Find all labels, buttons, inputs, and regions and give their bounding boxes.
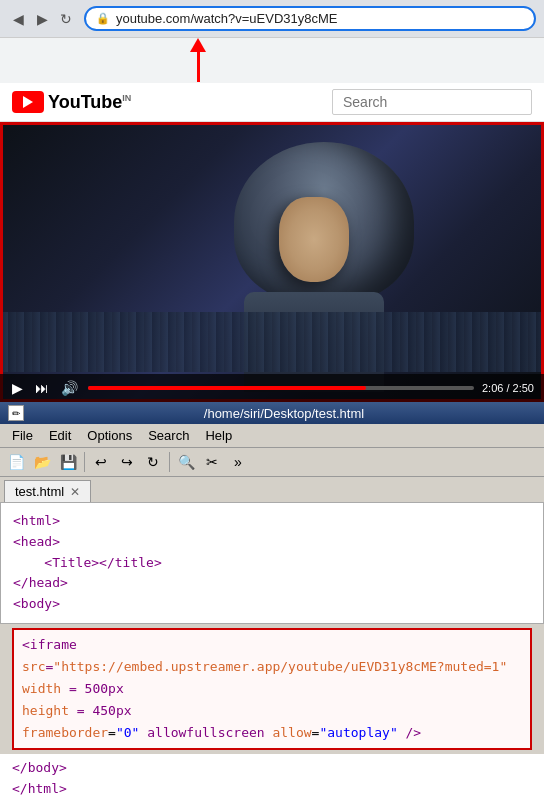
logo-wordmark: YouTube bbox=[48, 92, 122, 112]
tab-close-button[interactable]: ✕ bbox=[70, 485, 80, 499]
toolbar-separator-2 bbox=[169, 452, 170, 472]
address-bar[interactable]: 🔒 youtube.com/watch?v=uEVD31y8cME bbox=[84, 6, 536, 31]
arrow-shaft bbox=[197, 52, 200, 82]
code-line-html-close: </html> bbox=[12, 779, 532, 800]
back-button[interactable]: ◀ bbox=[8, 9, 28, 29]
youtube-logo[interactable]: YouTubeIN bbox=[12, 91, 131, 113]
browser-topbar: ◀ ▶ ↻ 🔒 youtube.com/watch?v=uEVD31y8cME bbox=[0, 0, 544, 37]
save-file-button[interactable]: 💾 bbox=[56, 450, 80, 474]
youtube-logo-icon bbox=[12, 91, 44, 113]
iframe-line-width: width = 500px bbox=[22, 678, 522, 700]
more-button[interactable]: » bbox=[226, 450, 250, 474]
menu-help[interactable]: Help bbox=[197, 426, 240, 445]
code-line-5: <body> bbox=[13, 594, 531, 615]
scissors-button[interactable]: ✂ bbox=[200, 450, 224, 474]
arrow-annotation bbox=[0, 38, 544, 83]
logo-country: IN bbox=[122, 93, 131, 103]
url-path: /watch?v=uEVD31y8cME bbox=[190, 11, 337, 26]
editor-toolbar: 📄 📂 💾 ↩ ↪ ↻ 🔍 ✂ » bbox=[0, 448, 544, 477]
browser-chrome: ◀ ▶ ↻ 🔒 youtube.com/watch?v=uEVD31y8cME bbox=[0, 0, 544, 38]
code-line-1: <html> bbox=[13, 511, 531, 532]
arrow-head bbox=[190, 38, 206, 52]
editor-code-bottom[interactable]: </body> </html> bbox=[0, 754, 544, 802]
iframe-line-tag: <iframe bbox=[22, 634, 522, 656]
menu-edit[interactable]: Edit bbox=[41, 426, 79, 445]
menu-options[interactable]: Options bbox=[79, 426, 140, 445]
open-file-button[interactable]: 📂 bbox=[30, 450, 54, 474]
reload-button[interactable]: ↻ bbox=[141, 450, 165, 474]
nav-buttons: ◀ ▶ ↻ bbox=[8, 9, 76, 29]
next-button[interactable]: ⏭ bbox=[33, 378, 51, 398]
figure-face bbox=[279, 197, 349, 282]
new-file-button[interactable]: 📄 bbox=[4, 450, 28, 474]
editor-menubar: File Edit Options Search Help bbox=[0, 424, 544, 448]
youtube-logo-text: YouTubeIN bbox=[48, 92, 131, 113]
zoom-button[interactable]: 🔍 bbox=[174, 450, 198, 474]
code-line-2: <head> bbox=[13, 532, 531, 553]
url-display: youtube.com/watch?v=uEVD31y8cME bbox=[116, 11, 337, 26]
tab-label: test.html bbox=[15, 484, 64, 499]
lock-icon: 🔒 bbox=[96, 12, 110, 25]
menu-search[interactable]: Search bbox=[140, 426, 197, 445]
text-editor: ✏ /home/siri/Desktop/test.html File Edit… bbox=[0, 402, 544, 802]
url-domain: youtube.com bbox=[116, 11, 190, 26]
undo-button[interactable]: ↩ bbox=[89, 450, 113, 474]
time-display: 2:06 / 2:50 bbox=[482, 382, 534, 394]
video-controls: ▶ ⏭ 🔊 2:06 / 2:50 bbox=[0, 374, 544, 402]
code-line-4: </head> bbox=[13, 573, 531, 594]
menu-file[interactable]: File bbox=[4, 426, 41, 445]
search-input[interactable] bbox=[332, 89, 532, 115]
play-button[interactable]: ▶ bbox=[10, 378, 25, 398]
iframe-line-src: src="https://embed.upstreamer.app/youtub… bbox=[22, 656, 522, 678]
editor-code-top[interactable]: <html> <head> <Title></title> </head> <b… bbox=[0, 502, 544, 624]
code-line-3: <Title></title> bbox=[13, 553, 531, 574]
forward-button[interactable]: ▶ bbox=[32, 9, 52, 29]
iframe-line-height: height = 450px bbox=[22, 700, 522, 722]
code-line-body-close: </body> bbox=[12, 758, 532, 779]
youtube-header: YouTubeIN bbox=[0, 83, 544, 122]
progress-fill bbox=[88, 386, 366, 390]
editor-titlebar: ✏ /home/siri/Desktop/test.html bbox=[0, 402, 544, 424]
editor-icon: ✏ bbox=[8, 405, 24, 421]
editor-title: /home/siri/Desktop/test.html bbox=[32, 406, 536, 421]
progress-bar[interactable] bbox=[88, 386, 474, 390]
editor-tab-test-html[interactable]: test.html ✕ bbox=[4, 480, 91, 502]
video-player[interactable]: ▶ ⏭ 🔊 2:06 / 2:50 bbox=[0, 122, 544, 402]
editor-tabs: test.html ✕ bbox=[0, 477, 544, 502]
iframe-line-frameborder: frameborder="0" allowfullscreen allow="a… bbox=[22, 722, 522, 744]
redo-button[interactable]: ↪ bbox=[115, 450, 139, 474]
red-arrow bbox=[190, 38, 206, 82]
volume-button[interactable]: 🔊 bbox=[59, 378, 80, 398]
crowd-background bbox=[0, 312, 544, 372]
iframe-code-block[interactable]: <iframe src="https://embed.upstreamer.ap… bbox=[12, 628, 532, 750]
reload-button[interactable]: ↻ bbox=[56, 9, 76, 29]
toolbar-separator-1 bbox=[84, 452, 85, 472]
